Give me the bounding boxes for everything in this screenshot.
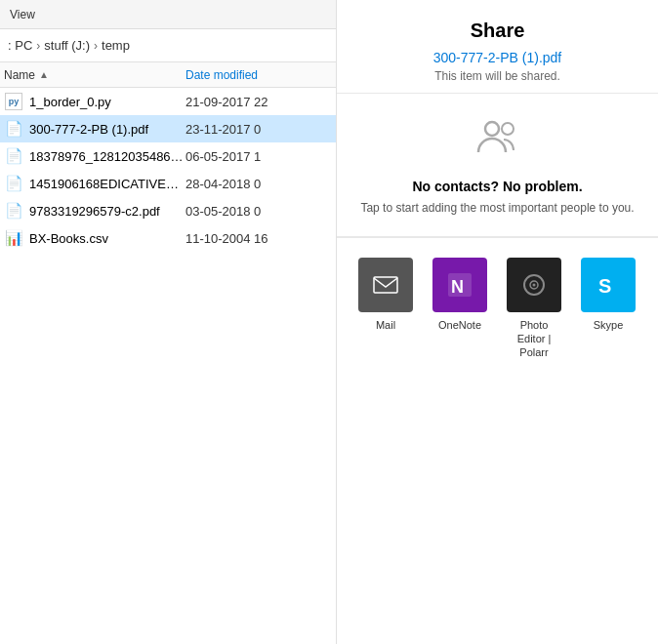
share-filename: 300-777-2-PB (1).pdf [356, 50, 638, 65]
pdf-icon: 📄 [5, 202, 23, 220]
breadcrumb-sep-2: › [94, 39, 98, 53]
contacts-desc: Tap to start adding the most important p… [360, 200, 634, 217]
file-name: 18378976_12812035486022 47_75235487_o...… [29, 149, 185, 164]
file-name: 1_border_0.py [29, 95, 185, 109]
svg-point-1 [502, 123, 514, 135]
pdf-icon: 📄 [5, 175, 23, 192]
svg-rect-2 [374, 277, 397, 293]
explorer-panel: View : PC › stuff (J:) › temp Name ▲ Dat… [0, 0, 347, 644]
share-panel: Share 300-777-2-PB (1).pdf This item wil… [336, 0, 658, 644]
file-row[interactable]: 📄 1451906168EDICATIVE_ANALYSIS_OF_DIA...… [0, 170, 346, 197]
app-label-mail: Mail [376, 318, 395, 332]
file-icon-py: py [4, 92, 23, 111]
pdf-icon: 📄 [5, 120, 23, 138]
col-date-header[interactable]: Date modified [185, 68, 342, 82]
svg-point-0 [485, 122, 499, 136]
app-icon-photo [507, 258, 561, 312]
app-item-skype[interactable]: S Skype [579, 258, 637, 332]
svg-text:N: N [451, 277, 464, 297]
file-list: py 1_border_0.py 21-09-2017 22 📄 300-777… [0, 88, 346, 252]
file-date: 11-10-2004 16 [185, 231, 342, 246]
file-row[interactable]: py 1_border_0.py 21-09-2017 22 [0, 88, 346, 115]
app-item-onenote[interactable]: N OneNote [431, 258, 489, 332]
breadcrumb-temp[interactable]: temp [102, 38, 130, 53]
file-name: BX-Books.csv [29, 231, 185, 246]
file-icon-csv: 📊 [4, 228, 23, 248]
app-label-skype: Skype [594, 318, 624, 332]
app-icon-mail [358, 258, 413, 312]
share-contacts-section: No contacts? No problem. Tap to start ad… [337, 94, 658, 237]
file-icon-pdf: 📄 [4, 119, 23, 139]
file-name: 9783319296579-c2.pdf [29, 204, 185, 219]
file-date: 23-11-2017 0 [185, 122, 342, 137]
contacts-title: No contacts? No problem. [412, 179, 582, 194]
contacts-icon [474, 113, 521, 169]
share-title: Share [356, 20, 638, 42]
file-row[interactable]: 📄 18378976_12812035486022 47_75235487_o.… [0, 142, 346, 170]
file-icon-pdf: 📄 [4, 174, 23, 193]
app-icon-skype: S [581, 258, 636, 312]
sort-arrow-icon: ▲ [39, 69, 49, 80]
column-headers: Name ▲ Date modified [0, 62, 346, 88]
app-item-mail[interactable]: Mail [356, 258, 415, 332]
file-name: 1451906168EDICATIVE_ANALYSIS_OF_DIA... [29, 177, 185, 191]
share-apps: Mail N OneNote Photo Editor | Polarr [337, 238, 658, 380]
csv-icon: 📊 [5, 229, 23, 247]
view-menu[interactable]: View [10, 8, 35, 21]
file-icon-pdf: 📄 [4, 201, 23, 221]
breadcrumb-sep-1: › [36, 39, 40, 53]
file-icon-pdf: 📄 [4, 146, 23, 166]
app-item-photo[interactable]: Photo Editor | Polarr [505, 258, 563, 360]
pdf-icon: 📄 [5, 147, 23, 165]
file-row[interactable]: 📊 BX-Books.csv 11-10-2004 16 [0, 224, 346, 252]
toolbar: View [0, 0, 346, 29]
svg-text:S: S [598, 275, 611, 297]
file-name: 300-777-2-PB (1).pdf [29, 122, 185, 137]
file-date: 03-05-2018 0 [185, 204, 342, 219]
breadcrumb-stuff[interactable]: stuff (J:) [44, 38, 90, 53]
breadcrumb-pc[interactable]: : PC [8, 38, 32, 53]
app-icon-onenote: N [432, 258, 487, 312]
file-date: 28-04-2018 0 [185, 177, 342, 191]
share-header: Share 300-777-2-PB (1).pdf This item wil… [337, 0, 658, 94]
file-date: 06-05-2017 1 [185, 149, 342, 164]
app-label-onenote: OneNote [438, 318, 481, 332]
file-date: 21-09-2017 22 [185, 95, 342, 109]
file-row-selected[interactable]: 📄 300-777-2-PB (1).pdf 23-11-2017 0 [0, 115, 346, 142]
svg-point-7 [533, 283, 536, 286]
file-row[interactable]: 📄 9783319296579-c2.pdf 03-05-2018 0 [0, 197, 346, 224]
col-name-header[interactable]: Name ▲ [4, 68, 185, 82]
app-label-photo: Photo Editor | Polarr [505, 318, 563, 360]
share-subtitle: This item will be shared. [356, 69, 638, 83]
breadcrumb: : PC › stuff (J:) › temp [0, 29, 346, 62]
